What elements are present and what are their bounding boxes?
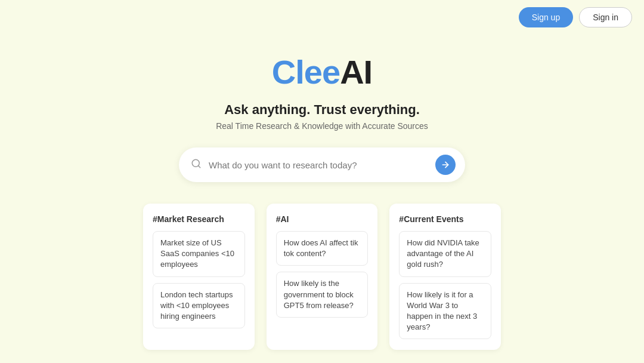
card-market-research: #Market ResearchMarket size of US SaaS c… bbox=[143, 204, 255, 350]
search-icon bbox=[191, 158, 202, 172]
svg-line-1 bbox=[198, 165, 200, 167]
card-item-ai-1[interactable]: How likely is the government to block GP… bbox=[276, 272, 369, 318]
category-cards: #Market ResearchMarket size of US SaaS c… bbox=[143, 204, 501, 350]
card-item-ai-0[interactable]: How does AI affect tik tok content? bbox=[276, 231, 369, 266]
card-item-market-research-1[interactable]: London tech startups with <10 employees … bbox=[153, 283, 245, 329]
subtitle: Real Time Research & Knowledge with Accu… bbox=[216, 121, 428, 131]
search-input[interactable] bbox=[209, 160, 435, 170]
logo: CleeAI bbox=[272, 53, 372, 91]
search-bar bbox=[179, 147, 465, 182]
sign-in-button[interactable]: Sign in bbox=[579, 7, 632, 27]
sign-up-button[interactable]: Sign up bbox=[519, 7, 573, 27]
logo-ai: AI bbox=[340, 53, 372, 91]
card-title-market-research: #Market Research bbox=[153, 214, 245, 224]
card-item-market-research-0[interactable]: Market size of US SaaS companies <10 emp… bbox=[153, 231, 245, 277]
logo-clee: Clee bbox=[272, 53, 340, 91]
main-content: CleeAI Ask anything. Trust everything. R… bbox=[0, 35, 644, 363]
search-submit-button[interactable] bbox=[435, 155, 456, 175]
card-current-events: #Current EventsHow did NVIDIA take advan… bbox=[389, 204, 501, 350]
card-item-current-events-1[interactable]: How likely is it for a World War 3 to ha… bbox=[399, 283, 491, 340]
tagline: Ask anything. Trust everything. bbox=[224, 102, 420, 118]
card-ai: #AIHow does AI affect tik tok content?Ho… bbox=[267, 204, 378, 350]
header: Sign up Sign in bbox=[0, 0, 644, 35]
card-title-current-events: #Current Events bbox=[399, 214, 491, 224]
card-item-current-events-0[interactable]: How did NVIDIA take advantage of the AI … bbox=[399, 231, 491, 277]
card-title-ai: #AI bbox=[276, 214, 369, 224]
